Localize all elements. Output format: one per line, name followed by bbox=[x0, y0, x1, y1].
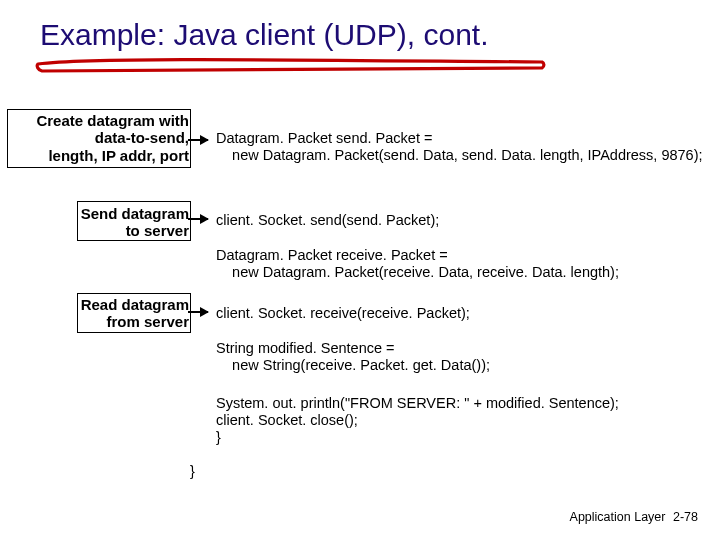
annotation-line: Create datagram with bbox=[36, 112, 189, 129]
annotation-line: data-to-send, bbox=[95, 129, 189, 146]
arrow-3 bbox=[188, 311, 208, 313]
annotation-line: Read datagram bbox=[81, 296, 189, 313]
code-line: client. Socket. receive(receive. Packet)… bbox=[216, 305, 470, 322]
code-line: } bbox=[216, 429, 221, 446]
annotation-read-datagram: Read datagram from server bbox=[0, 296, 189, 331]
annotation-line: from server bbox=[106, 313, 189, 330]
code-line: Datagram. Packet send. Packet = bbox=[216, 130, 432, 147]
arrow-1 bbox=[188, 139, 208, 141]
footer-label: Application Layer bbox=[570, 510, 666, 524]
annotation-line: Send datagram bbox=[81, 205, 189, 222]
code-line: new Datagram. Packet(send. Data, send. D… bbox=[216, 147, 703, 164]
arrow-2 bbox=[188, 218, 208, 220]
title-underline bbox=[34, 54, 554, 84]
code-line: Datagram. Packet receive. Packet = bbox=[216, 247, 448, 264]
code-line: client. Socket. close(); bbox=[216, 412, 358, 429]
annotation-send-datagram: Send datagram to server bbox=[0, 205, 189, 240]
code-line: new Datagram. Packet(receive. Data, rece… bbox=[216, 264, 619, 281]
annotation-line: length, IP addr, port bbox=[48, 147, 189, 164]
annotation-create-datagram: Create datagram with data-to-send, lengt… bbox=[0, 112, 189, 164]
annotation-line: to server bbox=[126, 222, 189, 239]
slide: Example: Java client (UDP), cont. Create… bbox=[0, 0, 720, 540]
code-line: } bbox=[190, 463, 195, 480]
code-line: client. Socket. send(send. Packet); bbox=[216, 212, 439, 229]
slide-title: Example: Java client (UDP), cont. bbox=[40, 18, 489, 52]
page-number: 2-78 bbox=[673, 510, 698, 524]
code-line: System. out. println("FROM SERVER: " + m… bbox=[216, 395, 619, 412]
code-line: String modified. Sentence = bbox=[216, 340, 395, 357]
code-line: new String(receive. Packet. get. Data())… bbox=[216, 357, 490, 374]
footer: Application Layer 2-78 bbox=[570, 510, 698, 524]
